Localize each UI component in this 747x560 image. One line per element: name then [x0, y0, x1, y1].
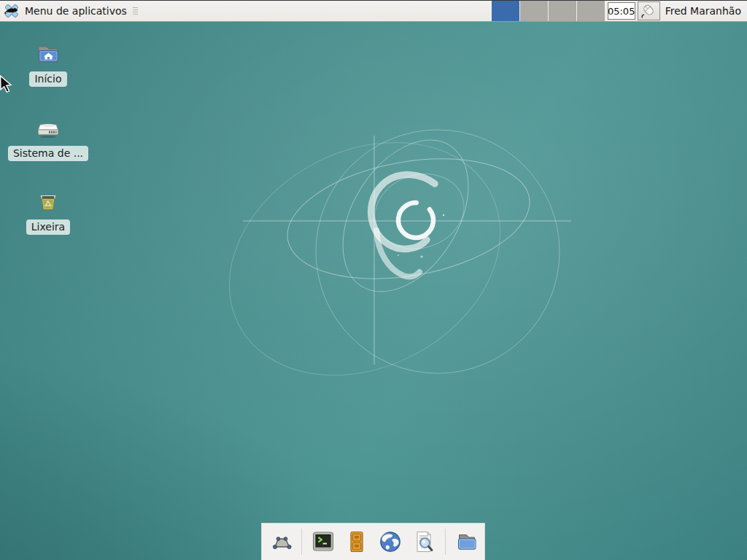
top-panel: Menu de aplicativos 05:05 Fred Maranhão — [0, 0, 747, 22]
terminal-launcher[interactable] — [311, 529, 336, 554]
workspace-4[interactable] — [577, 1, 605, 21]
trash-can-icon — [34, 189, 62, 217]
file-cabinet-launcher[interactable] — [344, 529, 369, 554]
desktop-icon-label: Sistema de ... — [8, 146, 88, 161]
dock-separator — [445, 529, 446, 555]
panel-right-cluster: 05:05 Fred Maranhão — [492, 1, 747, 21]
show-desktop-icon — [268, 529, 293, 554]
desktop-icon-filesystem[interactable]: Sistema de ... — [0, 115, 96, 161]
workspace-switcher — [492, 1, 605, 21]
document-search-icon — [411, 529, 436, 554]
debian-swirl-logo — [371, 175, 445, 277]
workspace-2[interactable] — [520, 1, 548, 21]
panel-grip-icon[interactable] — [133, 7, 138, 15]
session-user-name[interactable]: Fred Maranhão — [665, 5, 741, 17]
settings-mouse-button[interactable] — [638, 1, 660, 20]
home-folder-icon — [34, 41, 62, 69]
web-browser-globe-icon — [378, 529, 403, 554]
file-manager-launcher[interactable] — [454, 529, 479, 554]
dock-separator — [301, 529, 302, 555]
desktop-icon-label: Lixeira — [26, 219, 70, 235]
computer-mouse-icon — [640, 3, 657, 19]
web-browser-launcher[interactable] — [378, 529, 403, 554]
show-desktop-button[interactable] — [268, 529, 293, 554]
desktop-icon-home[interactable]: Início — [0, 41, 96, 87]
workspace-3[interactable] — [549, 1, 576, 21]
terminal-icon — [311, 529, 336, 554]
filesystem-drive-icon — [34, 115, 62, 143]
xfce-mouse-icon — [3, 2, 20, 20]
dock-panel — [261, 523, 485, 560]
wallpaper-art — [0, 0, 747, 560]
desktop-icon-trash[interactable]: Lixeira — [0, 189, 96, 235]
applications-menu-button[interactable]: Menu de aplicativos — [0, 1, 142, 21]
desktop-background — [0, 0, 747, 560]
file-cabinet-icon — [344, 529, 369, 554]
desktop-icon-label: Início — [29, 71, 66, 87]
applications-menu-label: Menu de aplicativos — [25, 5, 127, 17]
panel-clock[interactable]: 05:05 — [608, 2, 635, 20]
application-finder-launcher[interactable] — [411, 529, 436, 554]
folder-icon — [454, 529, 479, 554]
workspace-1[interactable] — [492, 1, 519, 21]
wallpaper-lines — [188, 97, 571, 421]
